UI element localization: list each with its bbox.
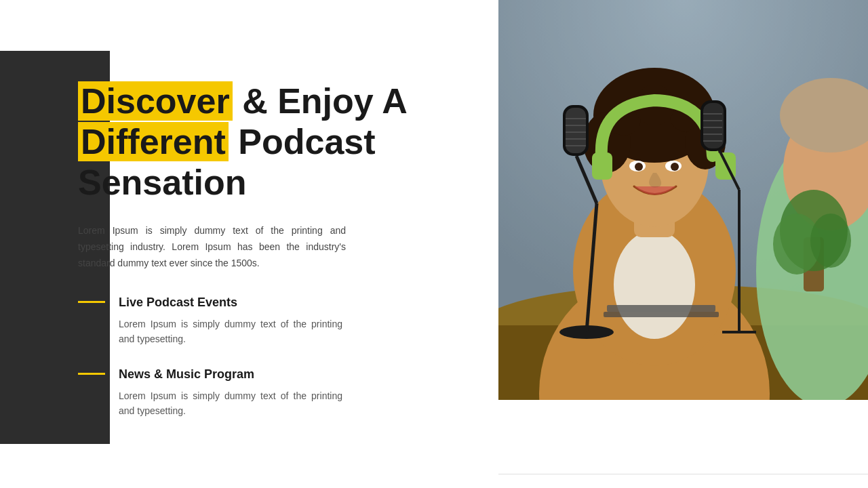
title-highlight-different: Different: [78, 122, 229, 161]
svg-rect-39: [703, 103, 724, 148]
feature-item-1: Live Podcast Events Lorem Ipsum is simpl…: [78, 296, 471, 347]
feature-list: Live Podcast Events Lorem Ipsum is simpl…: [78, 296, 471, 419]
svg-rect-46: [604, 312, 719, 317]
image-bottom-area: [498, 400, 868, 488]
title-regular-podcast: Podcast: [229, 122, 376, 161]
svg-rect-19: [592, 152, 612, 180]
feature-desc-1: Lorem Ipsum is simply dummy text of the …: [119, 317, 342, 347]
hero-title: Discover & Enjoy A Different Podcast Sen…: [78, 81, 471, 203]
feature-title-1: Live Podcast Events: [119, 296, 471, 310]
feature-content-2: News & Music Program Lorem Ipsum is simp…: [119, 367, 471, 419]
bottom-divider-line: [498, 474, 868, 474]
feature-desc-2: Lorem Ipsum is simply dummy text of the …: [119, 388, 342, 419]
right-panel: [498, 0, 868, 488]
hero-description: Lorem Ipsum is simply dummy text of the …: [78, 223, 346, 271]
feature-content-1: Live Podcast Events Lorem Ipsum is simpl…: [119, 296, 471, 347]
feature-title-2: News & Music Program: [119, 367, 471, 382]
podcast-hero-image: [498, 0, 868, 400]
content-area: Discover & Enjoy A Different Podcast Sen…: [78, 81, 471, 418]
svg-rect-28: [566, 108, 586, 153]
svg-point-16: [635, 163, 643, 171]
title-regular-enjoy: & Enjoy A: [233, 81, 408, 121]
svg-rect-45: [607, 305, 715, 312]
feature-item-2: News & Music Program Lorem Ipsum is simp…: [78, 367, 471, 419]
feature-line-2: [78, 373, 105, 375]
left-panel: Discover & Enjoy A Different Podcast Sen…: [0, 0, 498, 488]
title-highlight-discover: Discover: [78, 81, 233, 121]
title-sensation: Sensation: [78, 163, 247, 202]
feature-line-1: [78, 301, 105, 303]
podcast-svg-illustration: [498, 0, 868, 400]
svg-point-18: [671, 163, 679, 171]
svg-point-50: [810, 214, 851, 268]
svg-point-6: [614, 230, 695, 339]
